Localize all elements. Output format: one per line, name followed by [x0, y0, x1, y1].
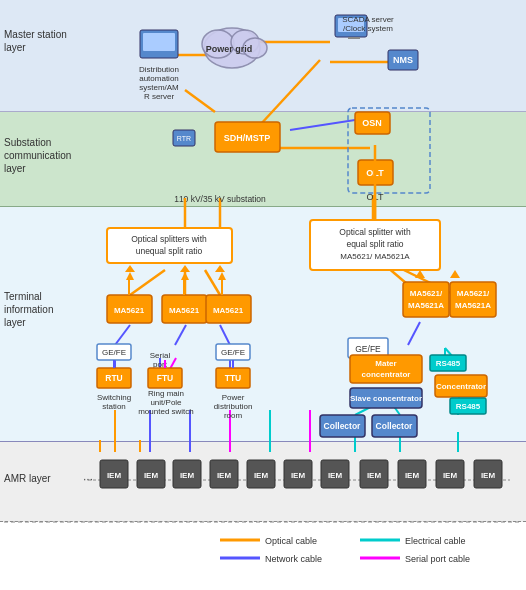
svg-text:R server: R server [144, 92, 175, 101]
svg-text:Serial: Serial [150, 351, 171, 360]
svg-rect-89 [403, 282, 449, 317]
svg-text:RTU: RTU [105, 373, 122, 383]
svg-text:Distribution: Distribution [139, 65, 179, 74]
svg-text:IEM: IEM [328, 471, 343, 480]
svg-line-9 [130, 270, 165, 295]
svg-text:equal split ratio: equal split ratio [346, 239, 403, 249]
svg-marker-164 [126, 272, 134, 280]
svg-text:GE/FE: GE/FE [102, 348, 126, 357]
svg-text:Slave concentrator: Slave concentrator [350, 394, 422, 403]
svg-text:SDH/MSTP: SDH/MSTP [224, 133, 271, 143]
svg-text:110 kV/35 kV substation: 110 kV/35 kV substation [174, 194, 266, 204]
svg-rect-54 [348, 34, 354, 36]
svg-marker-165 [181, 272, 189, 280]
svg-text:station: station [102, 402, 126, 411]
svg-text:IEM: IEM [367, 471, 382, 480]
svg-line-15 [175, 325, 186, 345]
svg-text:IEM: IEM [107, 471, 122, 480]
svg-text:IEM: IEM [254, 471, 269, 480]
svg-text:IEM: IEM [405, 471, 420, 480]
svg-text:unit/Pole: unit/Pole [150, 398, 182, 407]
svg-text:unequal split ratio: unequal split ratio [136, 246, 203, 256]
svg-text:MA5621: MA5621 [213, 306, 244, 315]
svg-marker-81 [415, 270, 425, 278]
svg-text:IEM: IEM [481, 471, 496, 480]
svg-text:Mater: Mater [375, 359, 396, 368]
svg-text:Optical cable: Optical cable [265, 536, 317, 546]
svg-marker-76 [215, 265, 225, 272]
svg-line-4 [260, 60, 320, 125]
svg-text:FTU: FTU [157, 373, 174, 383]
svg-text:MA5621: MA5621 [169, 306, 200, 315]
svg-line-6 [290, 120, 355, 130]
svg-text:RTR: RTR [177, 135, 191, 142]
svg-text:MA5621A: MA5621A [455, 301, 491, 310]
svg-text:Collector: Collector [376, 421, 414, 431]
svg-text:Concentrator: Concentrator [436, 382, 486, 391]
svg-text:IEM: IEM [144, 471, 159, 480]
svg-rect-47 [155, 52, 163, 55]
svg-marker-75 [180, 265, 190, 272]
svg-text:system/AM: system/AM [139, 83, 179, 92]
diagram: Master station layer Substation communic… [0, 0, 526, 590]
svg-text:Collector: Collector [324, 421, 362, 431]
svg-text:room: room [224, 411, 243, 420]
svg-text:Electrical cable: Electrical cable [405, 536, 466, 546]
svg-text:OSN: OSN [362, 118, 382, 128]
svg-rect-55 [348, 37, 360, 39]
svg-text:Optical splitters with: Optical splitters with [131, 234, 207, 244]
svg-text:Network cable: Network cable [265, 554, 322, 564]
svg-text:GE/FE: GE/FE [355, 344, 381, 354]
svg-text:IEM: IEM [291, 471, 306, 480]
svg-text:/Clock system: /Clock system [343, 24, 393, 33]
svg-marker-74 [125, 265, 135, 272]
svg-text:MA5621/: MA5621/ [410, 289, 443, 298]
svg-marker-166 [218, 272, 226, 280]
svg-line-3 [185, 90, 215, 112]
svg-text:MA5621A: MA5621A [408, 301, 444, 310]
svg-text:MA5621/ MA5621A: MA5621/ MA5621A [340, 252, 410, 261]
svg-text:Power grid: Power grid [206, 44, 253, 54]
svg-text:NMS: NMS [393, 55, 413, 65]
svg-text:automation: automation [139, 74, 179, 83]
svg-line-21 [408, 322, 420, 345]
svg-text:GE/FE: GE/FE [221, 348, 245, 357]
svg-text:···: ··· [83, 472, 93, 486]
svg-text:Optical splitter with: Optical splitter with [339, 227, 411, 237]
svg-text:concentrator: concentrator [362, 370, 411, 379]
svg-text:IEM: IEM [180, 471, 195, 480]
svg-rect-92 [450, 282, 496, 317]
svg-text:RS485: RS485 [436, 359, 461, 368]
svg-line-14 [115, 325, 130, 345]
diagram-svg: Power grid Distribution automation syste… [0, 0, 526, 590]
svg-text:Serial port cable: Serial port cable [405, 554, 470, 564]
svg-text:TTU: TTU [225, 373, 242, 383]
svg-line-11 [205, 270, 220, 295]
svg-marker-82 [450, 270, 460, 278]
svg-text:Switching: Switching [97, 393, 131, 402]
svg-text:MA5621: MA5621 [114, 306, 145, 315]
svg-rect-46 [143, 33, 175, 51]
svg-text:IEM: IEM [443, 471, 458, 480]
svg-text:Power: Power [222, 393, 245, 402]
svg-text:IEM: IEM [217, 471, 232, 480]
svg-text:SCADA server: SCADA server [342, 15, 394, 24]
svg-text:Ring main: Ring main [148, 389, 184, 398]
svg-line-16 [220, 325, 230, 345]
svg-text:mounted switch: mounted switch [138, 407, 194, 416]
svg-text:distribution: distribution [214, 402, 253, 411]
svg-text:RS485: RS485 [456, 402, 481, 411]
svg-text:MA5621/: MA5621/ [457, 289, 490, 298]
